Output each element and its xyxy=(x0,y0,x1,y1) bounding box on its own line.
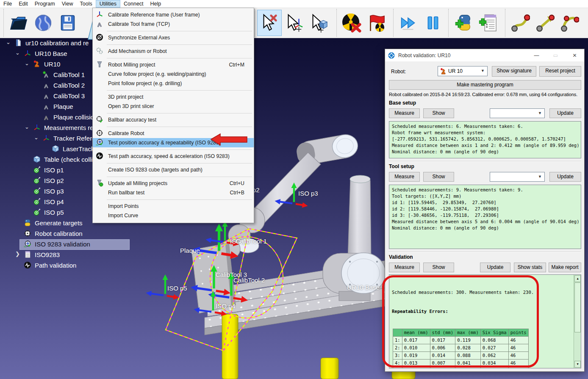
base-dropdown[interactable]: ▼ xyxy=(490,108,545,118)
validation-measure-button[interactable]: Measure xyxy=(389,263,420,272)
base-show-button[interactable]: Show xyxy=(423,108,454,118)
move-linear-icon[interactable] xyxy=(533,10,557,36)
menu-separator xyxy=(107,177,252,177)
menu-item-label: Point follow project (e.g. drilling) xyxy=(108,80,182,86)
menu-item-point-follow-project-e-g-drilling-[interactable]: Point follow project (e.g. drilling) xyxy=(93,79,254,88)
tree-item-label: ISO 9283 validation xyxy=(35,241,90,248)
window-titlebar[interactable]: Robot validation: UR10 — ▭ ✕ xyxy=(385,49,584,61)
menu-item-open-3d-print-slicer[interactable]: Open 3D print slicer xyxy=(93,102,254,111)
menu-item-3d-print-project[interactable]: 3D print project xyxy=(93,92,254,102)
menu-item-label: Calibrate Robot xyxy=(108,130,144,136)
target-icon xyxy=(33,177,42,185)
menu-help[interactable]: Help xyxy=(147,0,165,8)
menu-program[interactable]: Program xyxy=(31,0,58,8)
pause-icon[interactable] xyxy=(421,10,445,36)
menu-item-shortcut: Ctrl+U xyxy=(230,180,244,186)
python-icon xyxy=(24,219,32,227)
validation-update-button[interactable]: Update xyxy=(480,263,510,272)
target-icon xyxy=(33,187,42,196)
object-icon xyxy=(52,145,60,153)
save-icon[interactable] xyxy=(55,10,80,36)
tree-item-path-validation[interactable]: Path validation xyxy=(0,260,178,271)
show-signature-button[interactable]: Show signature xyxy=(492,66,536,77)
menu-item-label: Curve follow project (e.g. welding/paint… xyxy=(108,71,206,77)
menu-file[interactable]: File xyxy=(0,0,15,8)
menu-item-test-path-accuracy-speed-acceleration-is[interactable]: Test path accuracy, speed & acceleration… xyxy=(93,152,254,161)
tree-item-iso9283[interactable]: ❯ISO9283 xyxy=(0,250,178,260)
tool-update-button[interactable]: Update xyxy=(549,172,581,182)
svg-text:iso: iso xyxy=(24,245,27,248)
open-icon[interactable] xyxy=(6,10,31,36)
add-program-icon[interactable] xyxy=(476,10,500,36)
menu-tools[interactable]: Tools xyxy=(77,0,96,8)
menu-item-robot-milling-project[interactable]: Robot Milling projectCtrl+M xyxy=(93,60,254,69)
base-update-button[interactable]: Update xyxy=(549,108,581,118)
tool-show-button[interactable]: Show xyxy=(423,172,454,182)
menu-item-add-mechanism-or-robot[interactable]: Add Mechanism or Robot xyxy=(93,47,254,56)
menu-item-import-curve[interactable]: Import Curve xyxy=(93,211,254,220)
chevron-down-icon[interactable]: ⌄ xyxy=(6,39,11,45)
tree-item-robot-calibration[interactable]: Robot calibration xyxy=(0,229,178,239)
select-move-reference-icon[interactable] xyxy=(282,10,306,36)
menu-item-create-iso-9283-cube-targets-and-path-[interactable]: Create ISO 9283 cube (targets and path) xyxy=(93,165,254,174)
chevron-down-icon: ▼ xyxy=(538,174,542,179)
program-icon xyxy=(24,251,32,259)
scrollbar-thumb[interactable] xyxy=(574,282,581,332)
menu-item-calibrate-reference-frame-user-frame-[interactable]: Calibrate Reference frame (User frame) xyxy=(93,10,254,19)
base-measure-button[interactable]: Measure xyxy=(389,108,420,118)
tool-measure-button[interactable]: Measure xyxy=(389,172,420,182)
add-python-icon[interactable] xyxy=(451,10,476,36)
target-icon xyxy=(33,166,42,174)
close-button[interactable]: ✕ xyxy=(565,49,584,61)
menu-item-label: Robot Milling project xyxy=(108,62,155,68)
tree-item-label: CalibTool 2 xyxy=(53,82,85,89)
maximize-button[interactable]: ▭ xyxy=(546,49,565,61)
chevron-down-icon[interactable]: ⌄ xyxy=(25,60,29,66)
tool-icon xyxy=(42,92,51,100)
tool-frame-icon xyxy=(96,20,104,29)
validation-show-button[interactable]: Show xyxy=(423,263,454,272)
robot-dropdown[interactable]: UR 10 ▼ xyxy=(438,66,488,76)
fast-forward-icon[interactable] xyxy=(396,10,421,36)
menu-edit[interactable]: Edit xyxy=(15,0,31,8)
collision-off-icon[interactable] xyxy=(339,10,364,36)
move-circular-icon[interactable] xyxy=(557,10,582,36)
show-stats-button[interactable]: Show stats xyxy=(514,263,546,272)
tree-item-label: ISO p1 xyxy=(44,166,64,174)
scroll-up-icon[interactable]: ▲ xyxy=(574,275,581,282)
toolbar-group xyxy=(3,9,80,37)
website-icon[interactable] xyxy=(31,10,55,36)
scene-label-calibtool-1: CalibTool 1 xyxy=(236,238,267,245)
make-mastering-program-button[interactable]: Make mastering program xyxy=(389,80,581,90)
chevron-down-icon[interactable]: ⌄ xyxy=(34,134,39,141)
validation-scrollbar[interactable]: ▲ ▼ xyxy=(574,275,581,368)
chevron-right-icon[interactable]: ❯ xyxy=(15,251,20,257)
menu-item-update-all-milling-projects[interactable]: Update all Milling projectsCtrl+U xyxy=(93,179,254,188)
menu-item-calibrate-tool-frame-tcp-[interactable]: Calibrate Tool frame (TCP) xyxy=(93,19,254,29)
chevron-down-icon: ▼ xyxy=(481,69,485,73)
select-move-object-icon[interactable] xyxy=(306,10,331,36)
scroll-down-icon[interactable]: ▼ xyxy=(574,361,581,368)
menu-item-import-points[interactable]: Import Points xyxy=(93,202,254,211)
tree-item-iso-9283-validation[interactable]: isoISO 9283 validation xyxy=(0,239,178,250)
menu-view[interactable]: View xyxy=(58,0,77,8)
toolbar-group xyxy=(336,9,388,37)
menu-item-label: Test position accuracy & repeatability (… xyxy=(108,140,221,146)
move-joint-icon[interactable] xyxy=(508,10,533,36)
chevron-down-icon[interactable]: ⌄ xyxy=(15,50,20,56)
reset-project-button[interactable]: Reset project xyxy=(539,66,581,77)
collision-flag-icon[interactable] xyxy=(364,10,388,36)
calibrate-robot-icon xyxy=(96,129,104,138)
update-milling-icon xyxy=(96,179,104,188)
menu-connect[interactable]: Connect xyxy=(120,0,147,8)
select-cancel-icon[interactable] xyxy=(257,10,282,36)
tool-dropdown[interactable]: ▼ xyxy=(490,172,545,182)
make-report-button[interactable]: Make report xyxy=(549,263,581,272)
menu-item-run-ballbar-test[interactable]: Run ballbar testCtrl+B xyxy=(93,188,254,197)
menu-item-synchronize-external-axes[interactable]: Synchronize External Axes xyxy=(93,33,254,42)
menu-item-curve-follow-project-e-g-welding-paintin[interactable]: Curve follow project (e.g. welding/paint… xyxy=(93,69,254,79)
minimize-button[interactable]: — xyxy=(527,49,546,61)
menu-item-ballbar-accuracy-test[interactable]: Ballbar accuracy test xyxy=(93,115,254,124)
chevron-down-icon[interactable]: ⌄ xyxy=(25,124,29,130)
menu-utilities[interactable]: Utilities xyxy=(96,0,120,8)
